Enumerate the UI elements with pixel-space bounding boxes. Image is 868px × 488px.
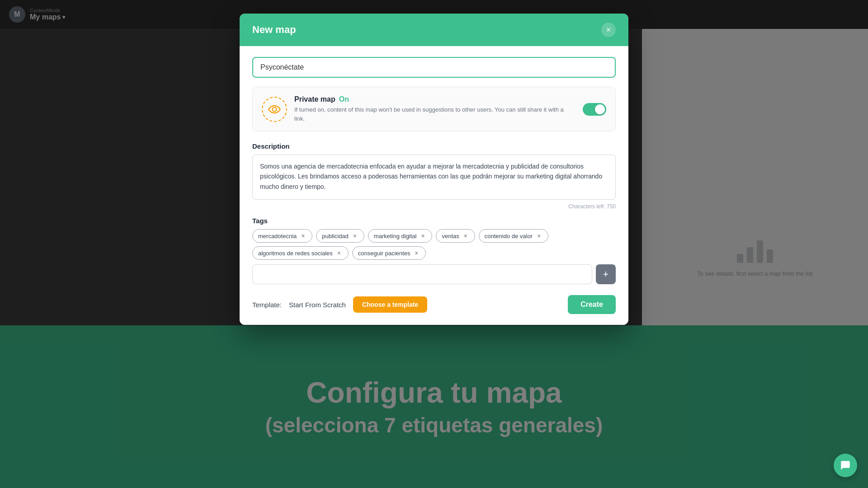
tag-remove-button[interactable]: × (419, 232, 426, 239)
tag-label: publicidad (322, 233, 349, 239)
tag-remove-button[interactable]: × (462, 232, 469, 239)
tags-label: Tags (252, 217, 616, 225)
choose-template-button[interactable]: Choose a template (353, 296, 427, 313)
chat-bubble[interactable] (834, 454, 857, 477)
create-button[interactable]: Create (568, 295, 616, 314)
char-count: Characters left: 750 (252, 203, 616, 210)
tag-item: marketing digital× (368, 229, 433, 243)
tag-label: algoritmos de redes sociales (258, 250, 333, 257)
add-tag-button[interactable]: + (596, 264, 616, 284)
tag-input-row: + (252, 264, 616, 284)
tag-item: conseguir pacientes× (352, 246, 426, 260)
tag-item: publicidad× (316, 229, 364, 243)
tag-remove-button[interactable]: × (413, 249, 420, 257)
tags-container: mercadotecnia×publicidad×marketing digit… (252, 229, 616, 260)
tag-item: mercadotecnia× (252, 229, 312, 243)
map-name-input[interactable] (252, 57, 616, 78)
tag-remove-button[interactable]: × (351, 232, 359, 239)
toggle-thumb (595, 104, 605, 114)
private-map-icon (262, 97, 287, 122)
private-map-title: Private map On (294, 95, 576, 103)
svg-point-0 (272, 107, 276, 111)
tag-item: contenido de valor× (479, 229, 548, 243)
tag-label: ventas (442, 233, 459, 239)
template-label: Template: (252, 301, 282, 309)
modal-footer: Template: Start From Scratch Choose a te… (252, 293, 616, 314)
description-label: Description (252, 142, 616, 150)
private-map-toggle[interactable] (583, 103, 606, 116)
modal-body: Private map On If turned on, content of … (240, 46, 628, 325)
private-map-info: Private map On If turned on, content of … (294, 95, 576, 123)
tag-item: ventas× (436, 229, 475, 243)
private-map-status: On (339, 95, 349, 103)
start-from-scratch[interactable]: Start From Scratch (289, 301, 346, 309)
close-button[interactable]: × (601, 23, 616, 37)
tag-label: conseguir pacientes (358, 250, 410, 257)
private-map-card: Private map On If turned on, content of … (252, 87, 616, 131)
private-map-desc: If turned on, content of this map won't … (294, 105, 576, 123)
tag-label: contenido de valor (485, 233, 533, 239)
chat-icon (840, 460, 851, 471)
tag-remove-button[interactable]: × (335, 249, 343, 257)
description-textarea[interactable] (252, 155, 616, 200)
tag-remove-button[interactable]: × (535, 232, 542, 239)
tag-label: mercadotecnia (258, 233, 297, 239)
tag-remove-button[interactable]: × (299, 232, 307, 239)
tag-input[interactable] (252, 264, 592, 284)
modal-title: New map (252, 24, 296, 36)
tag-item: algoritmos de redes sociales× (252, 246, 349, 260)
modal-header: New map × (240, 14, 628, 46)
new-map-modal: New map × Private map On If turned on, c… (240, 14, 628, 325)
tag-label: marketing digital (374, 233, 417, 239)
